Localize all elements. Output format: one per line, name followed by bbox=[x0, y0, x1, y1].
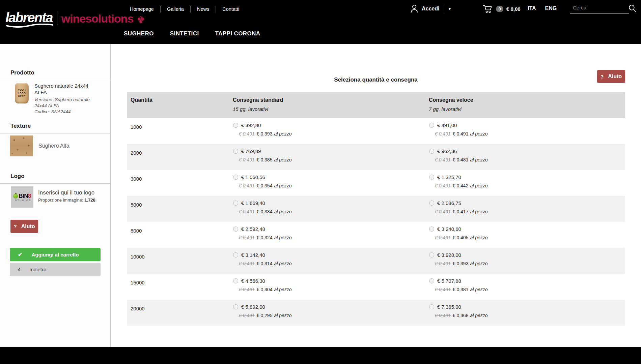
fast-price-cell: € 5.707,88€ 0,491€ 0,381al pezzo bbox=[425, 274, 625, 300]
standard-price-radio[interactable] bbox=[233, 175, 238, 180]
cart-count-badge: 0 bbox=[496, 6, 503, 12]
top-header: labrenta winesolutions v Homepage Galler… bbox=[0, 0, 641, 44]
nav-sughero[interactable]: SUGHERO bbox=[124, 30, 154, 37]
total-price: € 491,00 bbox=[437, 122, 457, 128]
lang-eng[interactable]: ENG bbox=[545, 5, 557, 11]
standard-price-radio[interactable] bbox=[233, 149, 238, 154]
standard-price-radio[interactable] bbox=[233, 123, 238, 128]
old-unit-price: € 0,491 bbox=[435, 131, 451, 136]
per-piece-label: al pezzo bbox=[274, 209, 291, 214]
total-price: € 3.240,60 bbox=[437, 226, 461, 232]
logo-primary-text: labrenta bbox=[5, 10, 53, 25]
unit-price-line: € 0,491€ 0,442al pezzo bbox=[435, 183, 625, 188]
quantity-value: 8000 bbox=[127, 222, 229, 248]
table-row: 8000€ 2.592,48€ 0,491€ 0,324al pezzo€ 3.… bbox=[127, 222, 625, 248]
old-unit-price: € 0,491 bbox=[435, 261, 451, 266]
total-price: € 1.060,56 bbox=[241, 174, 265, 180]
quantity-value: 10000 bbox=[127, 248, 229, 274]
nav-sintetici[interactable]: SINTETICI bbox=[170, 30, 199, 37]
standard-price-radio[interactable] bbox=[233, 278, 238, 283]
per-piece-label: al pezzo bbox=[470, 235, 487, 240]
site-logo[interactable]: labrenta winesolutions v bbox=[5, 11, 145, 26]
old-unit-price: € 0,491 bbox=[239, 131, 255, 136]
fast-price-radio[interactable] bbox=[429, 175, 434, 180]
nav-homepage[interactable]: Homepage bbox=[123, 6, 160, 12]
logo-winesolutions-text: winesolutions bbox=[61, 13, 134, 24]
unit-price-line: € 0,491€ 0,381al pezzo bbox=[435, 287, 625, 292]
language-switch: ITA ENG bbox=[528, 5, 557, 11]
unit-price: € 0,304 bbox=[257, 287, 273, 292]
per-piece-label: al pezzo bbox=[470, 183, 487, 188]
logo-info: Inserisci qui il tuo logo Proporzione im… bbox=[38, 186, 95, 208]
table-row: 3000€ 1.060,56€ 0,491€ 0,354al pezzo€ 1.… bbox=[127, 170, 625, 196]
standard-price-radio[interactable] bbox=[233, 252, 238, 257]
quantity-value: 2000 bbox=[127, 144, 229, 170]
old-unit-price: € 0,491 bbox=[239, 287, 255, 292]
table-help-button[interactable]: ? Aiuto bbox=[597, 70, 625, 83]
fast-price-radio[interactable] bbox=[429, 149, 434, 154]
fast-price-radio[interactable] bbox=[429, 304, 434, 309]
check-icon: ✔ bbox=[18, 251, 22, 258]
standard-price-radio[interactable] bbox=[233, 304, 238, 309]
login-label: Accedi bbox=[422, 6, 439, 12]
per-piece-label: al pezzo bbox=[470, 209, 487, 214]
standard-price-radio[interactable] bbox=[233, 226, 238, 232]
per-piece-label: al pezzo bbox=[274, 261, 291, 266]
lang-ita[interactable]: ITA bbox=[528, 5, 536, 11]
unit-price-line: € 0,491€ 0,314al pezzo bbox=[239, 261, 425, 266]
old-unit-price: € 0,491 bbox=[239, 209, 255, 214]
old-unit-price: € 0,491 bbox=[239, 157, 255, 162]
apple-icon bbox=[13, 194, 18, 199]
table-header: Quantità Consegna standard 15 gg. lavora… bbox=[127, 92, 625, 118]
fast-price-cell: € 962,36€ 0,491€ 0,481al pezzo bbox=[425, 144, 625, 170]
fast-price-radio[interactable] bbox=[429, 226, 434, 232]
unit-price: € 0,368 bbox=[453, 313, 469, 318]
texture-swatch-image bbox=[10, 135, 33, 156]
unit-price-line: € 0,491€ 0,304al pezzo bbox=[239, 287, 425, 292]
back-label: Indietro bbox=[29, 267, 46, 272]
nav-galleria[interactable]: Galleria bbox=[160, 6, 190, 12]
footer-bar bbox=[0, 347, 641, 364]
quantity-value: 3000 bbox=[127, 170, 229, 196]
nav-tappi-corona[interactable]: TAPPI CORONA bbox=[215, 30, 260, 37]
product-cork-image: YOURLOGOHERE bbox=[15, 83, 29, 103]
search-icon[interactable] bbox=[628, 4, 637, 12]
nav-contatti[interactable]: Contatti bbox=[216, 6, 246, 12]
table-help-label: Aiuto bbox=[608, 73, 622, 80]
logo-heading: Logo bbox=[0, 173, 110, 184]
unit-price: € 0,405 bbox=[453, 235, 469, 240]
fast-price-cell: € 2.086,75€ 0,491€ 0,417al pezzo bbox=[425, 196, 625, 222]
unit-price-line: € 0,491€ 0,393al pezzo bbox=[239, 131, 425, 136]
unit-price: € 0,381 bbox=[453, 287, 469, 292]
fast-price-radio[interactable] bbox=[429, 252, 434, 257]
old-unit-price: € 0,491 bbox=[239, 183, 255, 188]
old-unit-price: € 0,491 bbox=[239, 235, 255, 240]
total-price: € 1.669,40 bbox=[241, 200, 265, 206]
total-price: € 4.566,30 bbox=[241, 278, 265, 284]
fast-price-radio[interactable] bbox=[429, 201, 434, 206]
search-box bbox=[570, 3, 625, 13]
unit-price-line: € 0,491€ 0,417al pezzo bbox=[435, 209, 625, 214]
product-version: Versione: Sughero naturale 24x44 ALFA bbox=[34, 97, 102, 109]
fast-price-radio[interactable] bbox=[429, 123, 434, 128]
standard-price-radio[interactable] bbox=[233, 201, 238, 206]
old-unit-price: € 0,491 bbox=[435, 209, 451, 214]
unit-price: € 0,491 bbox=[453, 131, 469, 136]
old-unit-price: € 0,491 bbox=[435, 313, 451, 318]
standard-price-cell: € 1.060,56€ 0,491€ 0,354al pezzo bbox=[229, 170, 425, 196]
bin8-studios-text: STUDIOS bbox=[15, 199, 31, 202]
fast-price-radio[interactable] bbox=[429, 278, 434, 283]
cart-widget[interactable]: 0 € 0,00 bbox=[482, 4, 521, 13]
account-menu[interactable]: Accedi ▼ bbox=[410, 4, 451, 13]
total-price: € 2.592,48 bbox=[241, 226, 265, 232]
add-to-cart-button[interactable]: ✔ Aggiungi al carrello bbox=[10, 248, 101, 261]
nav-news[interactable]: News bbox=[190, 6, 216, 12]
unit-price: € 0,481 bbox=[453, 157, 469, 162]
back-button[interactable]: ‹ Indietro bbox=[10, 263, 101, 276]
old-unit-price: € 0,491 bbox=[435, 235, 451, 240]
unit-price: € 0,295 bbox=[257, 313, 273, 318]
sidebar-help-button[interactable]: ? Aiuto bbox=[10, 220, 38, 233]
prodotto-heading: Prodotto bbox=[0, 69, 110, 80]
old-unit-price: € 0,491 bbox=[435, 287, 451, 292]
search-input[interactable] bbox=[570, 3, 629, 13]
